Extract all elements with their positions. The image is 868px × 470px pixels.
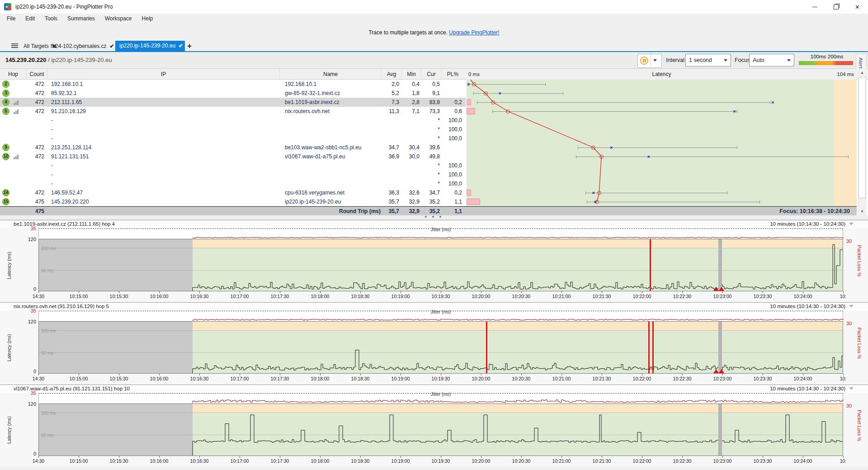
trace-scrollbar[interactable]: ▲ ▼: [858, 69, 867, 215]
banner-message: Trace to multiple targets at once.: [368, 29, 449, 36]
timeline-x-axis: 14:3010:15:0010:15:3010:16:0010:16:3010:…: [0, 456, 868, 466]
timeline-panel-hop[interactable]: nix.routers.ovh.net (91.210.16.129) hop …: [0, 302, 868, 385]
menu-help[interactable]: Help: [137, 14, 158, 24]
trace-row-hop-3[interactable]: 347285.92.32.1gw-85-92-32-1.inext.cz5,21…: [0, 89, 466, 98]
jitter-max-label: 35: [27, 308, 36, 313]
latency-timeline-plot[interactable]: 100 ms50 ms: [38, 239, 843, 291]
trace-row-hop-9[interactable]: 9472213.251.128.114be103.waw-wa2-sbb1-nc…: [0, 143, 466, 152]
x-tick-label: 10:20:00: [465, 376, 497, 381]
x-tick-label: 10:20:30: [505, 294, 537, 299]
chevron-down-icon[interactable]: [849, 387, 854, 390]
new-tab-button[interactable]: +: [187, 41, 192, 51]
packet-loss-axis-label: Packet Loss %: [857, 410, 862, 453]
jitter-trace: [39, 394, 844, 404]
x-tick-label: 10:22:30: [666, 294, 698, 299]
timeline-panel-hop[interactable]: vl1067.waw-d1-a75.pl.eu (91.121.131.151)…: [0, 385, 868, 467]
column-header-hop[interactable]: Hop: [0, 69, 26, 80]
latency-axis-label: Latency (ms): [6, 410, 12, 451]
menu-tools[interactable]: Tools: [40, 14, 62, 24]
trace-row-hop-4[interactable]: 4472212.111.1.65be1.1019-asbr.inext.cz7,…: [0, 98, 466, 107]
pane-splitter[interactable]: ● ● ●: [0, 215, 868, 220]
cell-name: cpu-6316.verygames.net: [285, 188, 381, 197]
latency-timeline-plot[interactable]: 100 ms50 ms: [38, 404, 843, 456]
pause-dropdown-icon[interactable]: [653, 59, 657, 62]
menu-file[interactable]: File: [2, 14, 20, 24]
column-header-avg[interactable]: Avg: [381, 69, 401, 80]
x-tick: [682, 374, 683, 375]
yaxis-max-label: 120: [22, 237, 36, 242]
timeline-range-label[interactable]: 10 minutes (10:14:30 - 10:24:30): [770, 386, 845, 391]
trace-row-missing[interactable]: -*100,0: [0, 170, 466, 179]
interval-select[interactable]: 1 second: [685, 54, 731, 66]
menu-workspace[interactable]: Workspace: [100, 14, 137, 24]
menu-summaries[interactable]: Summaries: [62, 14, 100, 24]
trace-row-missing[interactable]: -*100,0: [0, 134, 466, 143]
trace-row-missing[interactable]: -*100,0: [0, 161, 466, 170]
latency-timeline-plot[interactable]: 100 ms50 ms: [38, 321, 843, 374]
trace-row-hop-5[interactable]: 547291.210.16.129nix.routers.ovh.net11,3…: [0, 107, 466, 116]
x-tick: [38, 374, 39, 375]
x-tick: [602, 374, 602, 375]
column-header-pl[interactable]: PL%: [441, 69, 464, 80]
column-header-min[interactable]: Min: [401, 69, 421, 80]
cell-min: 32,9: [401, 197, 420, 206]
timeline-range-label[interactable]: 10 minutes (10:14:30 - 10:24:30): [770, 304, 845, 309]
x-tick: [320, 374, 321, 375]
x-tick: [401, 291, 401, 293]
tab-fh24-102[interactable]: fh24-102.cybersales.cz✔: [51, 42, 114, 51]
x-tick: [803, 291, 803, 293]
current-latency-mark: ×: [610, 145, 613, 150]
trace-row-missing[interactable]: -*100,0: [0, 179, 466, 188]
trace-row-hop-2[interactable]: 2472192.168.10.1192.168.10.12,00,40,5: [0, 80, 466, 89]
cell-avg: 5,2: [381, 89, 399, 98]
timeline-chart-icon[interactable]: [14, 109, 19, 114]
upgrade-banner: Trace to multiple targets at once. Upgra…: [0, 24, 868, 41]
scroll-up-icon[interactable]: ▲: [858, 69, 867, 76]
minimize-button[interactable]: [804, 0, 826, 14]
trace-row-missing[interactable]: -*100,0: [0, 125, 466, 134]
column-header-count[interactable]: Count: [26, 69, 47, 80]
pause-icon[interactable]: [640, 57, 648, 65]
round-trip-row[interactable]: 475 Round Trip (ms) 35,7 32,9 35,2 1,1 F…: [0, 206, 857, 215]
x-tick-label: 10:17:00: [224, 294, 255, 299]
alert-marker-icon: [719, 287, 724, 291]
trace-row-missing[interactable]: -*100,0: [0, 116, 466, 125]
menu-edit[interactable]: Edit: [20, 14, 40, 24]
column-header-ip[interactable]: IP: [47, 69, 279, 80]
cell-ip: -: [51, 125, 241, 134]
x-tick: [441, 374, 441, 375]
target-ip: 145.239.20.220: [5, 57, 46, 63]
x-tick-label: 10:23:30: [747, 458, 778, 464]
trace-row-hop-15[interactable]: 15475145.239.20.220ip220.ip-145-239-20.e…: [0, 197, 466, 206]
timeline-chart-icon[interactable]: [14, 154, 19, 159]
x-tick: [119, 456, 119, 458]
x-tick-label: 10:22:00: [626, 294, 658, 299]
cell-count: 475: [26, 197, 44, 206]
cell-ip: -: [51, 116, 241, 125]
x-tick: [763, 291, 763, 293]
x-tick: [642, 291, 642, 293]
timeline-chart-icon[interactable]: [14, 100, 19, 105]
column-header-name[interactable]: Name: [279, 69, 381, 80]
upgrade-link[interactable]: Upgrade PingPlotter!: [449, 29, 499, 36]
cell-avg: 36,3: [381, 188, 399, 197]
chevron-down-icon[interactable]: [849, 223, 854, 225]
tab-ip220-active[interactable]: ip220.ip-145-239-20.eu✔: [115, 41, 185, 51]
interval-value: 1 second: [689, 57, 712, 63]
tab-list-menu-icon[interactable]: [11, 43, 18, 49]
trace-row-hop-10[interactable]: 1047291.121.131.151vl1067.waw-d1-a75.pl.…: [0, 152, 466, 161]
chevron-down-icon[interactable]: [849, 305, 854, 308]
focus-select[interactable]: Auto: [749, 54, 794, 66]
maximize-restore-button[interactable]: [826, 0, 847, 14]
cell-name: nix.routers.ovh.net: [285, 107, 381, 116]
close-button[interactable]: ✕: [847, 0, 868, 14]
trace-row-hop-14[interactable]: 14472146.59.52.47cpu-6316.verygames.net3…: [0, 188, 466, 197]
scrollbar-thumb[interactable]: [859, 77, 866, 198]
current-latency-mark: ×: [647, 154, 650, 159]
timeline-panel-hop[interactable]: be1.1019-asbr.inext.cz (212.111.1.65) ho…: [0, 220, 868, 302]
cell-avg: 11,3: [381, 107, 399, 116]
column-header-cur[interactable]: Cur: [421, 69, 441, 80]
focus-label: Focus: [735, 57, 750, 63]
x-tick: [722, 374, 723, 375]
timeline-range-label[interactable]: 10 minutes (10:14:30 - 10:24:30): [770, 221, 845, 227]
